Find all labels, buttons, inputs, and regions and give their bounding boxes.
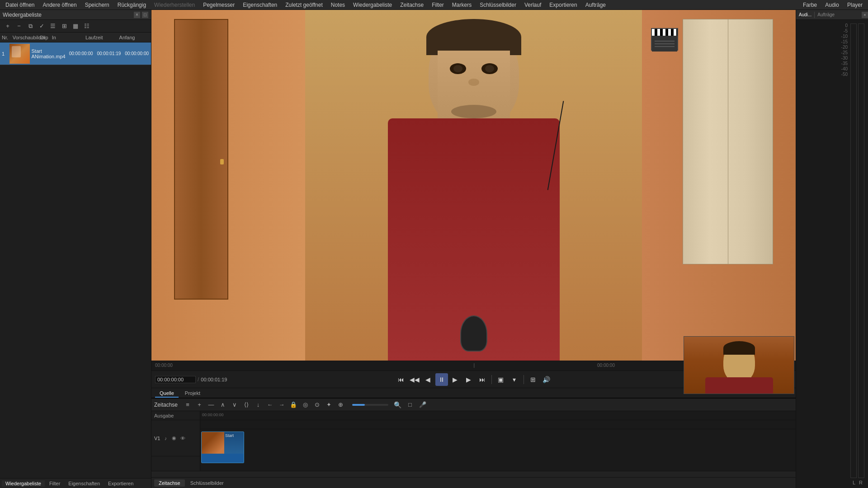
zoom-in-btn[interactable]: 🔍 xyxy=(392,400,403,410)
scale-20: -20 xyxy=(841,45,848,50)
panel-close-btn[interactable]: × xyxy=(134,12,140,18)
col-in: In xyxy=(50,35,84,40)
tl-ripple-btn[interactable]: ⊙ xyxy=(311,400,322,410)
pl-check-btn[interactable]: ✓ xyxy=(37,21,47,31)
menu-markers[interactable]: Markers xyxy=(448,1,475,9)
bot-tab-zeitachse[interactable]: Zeitachse xyxy=(154,479,185,487)
timecode-current-input[interactable] xyxy=(155,376,196,383)
mark-out-btn[interactable]: ▾ xyxy=(508,373,521,386)
menu-eigenschaften[interactable]: Eigenschaften xyxy=(239,1,281,9)
microphone xyxy=(460,315,487,352)
col-start: Anfang xyxy=(118,35,151,40)
v1-track-icons: ♪ ◉ 👁 xyxy=(162,435,186,442)
pl-remove-btn[interactable]: − xyxy=(14,21,24,31)
grid-btn[interactable]: ⊞ xyxy=(527,373,539,386)
timeline-scrollbar[interactable] xyxy=(151,471,796,477)
tl-sub-track-btn[interactable]: — xyxy=(206,400,217,410)
cp-hair xyxy=(723,341,755,355)
tl-menu-btn[interactable]: ≡ xyxy=(182,400,193,410)
wardrobe-divider xyxy=(728,19,728,264)
volume-btn[interactable]: 🔊 xyxy=(540,373,553,386)
tl-down-btn[interactable]: ∨ xyxy=(229,400,240,410)
zoom-slider[interactable] xyxy=(352,404,388,406)
menu-zuletzt-geoeffnet[interactable]: Zuletzt geöffnet xyxy=(282,1,326,9)
v1-audio-btn[interactable]: ♪ xyxy=(162,435,169,442)
pl-table-btn[interactable]: ▦ xyxy=(71,21,80,31)
clapper-body xyxy=(652,36,677,52)
cp-head xyxy=(723,341,755,382)
pl-add-btn[interactable]: + xyxy=(3,21,13,31)
tl-add-track-btn[interactable]: + xyxy=(194,400,205,410)
step-fwd-btn[interactable]: ▶ xyxy=(462,373,475,386)
col-clip: Clip xyxy=(38,35,50,40)
menu-exportieren[interactable]: Exportieren xyxy=(546,1,580,9)
menu-notes[interactable]: Notes xyxy=(327,1,349,9)
menu-datei-oeffnen[interactable]: Datei öffnen xyxy=(2,1,38,9)
menu-filter[interactable]: Filter xyxy=(428,1,448,9)
audio-meter: 0 -5 -10 -15 -20 -25 -30 -35 -40 -50 xyxy=(796,20,868,488)
menu-zeitachse[interactable]: Zeitachse xyxy=(396,1,427,9)
panel-controls: × □ xyxy=(134,12,148,18)
pl-list-btn[interactable]: ☰ xyxy=(48,21,58,31)
pl-grid-btn[interactable]: ⊞ xyxy=(59,21,69,31)
menu-farbe[interactable]: Farbe xyxy=(799,1,821,9)
scale-50: -50 xyxy=(841,72,848,77)
pause-btn[interactable]: ⏸ xyxy=(435,373,448,386)
go-to-end-btn[interactable]: ⏭ xyxy=(476,373,489,386)
menu-wiedergabeliste[interactable]: Wiedergabeliste xyxy=(349,1,396,9)
pbt-wiedergabeliste[interactable]: Wiedergabeliste xyxy=(2,480,45,487)
step-back-btn[interactable]: ◀ xyxy=(422,373,434,386)
play-btn[interactable]: ▶ xyxy=(449,373,462,386)
v1-mute-btn[interactable]: ◉ xyxy=(170,435,178,442)
menu-speichern[interactable]: Speichern xyxy=(81,1,113,9)
v1-eye-btn[interactable]: 👁 xyxy=(179,435,186,442)
menu-player[interactable]: Player xyxy=(844,1,866,9)
menu-verlauf[interactable]: Verlauf xyxy=(521,1,545,9)
rpt-auftraege[interactable]: Aufträge xyxy=(815,11,837,18)
pl-copy-btn[interactable]: ⧉ xyxy=(25,21,35,31)
tl-prev-btn[interactable]: ← xyxy=(264,400,275,410)
tl-lock-btn[interactable]: 🔒 xyxy=(288,400,299,410)
col-nr: Nr. xyxy=(0,35,11,40)
tab-projekt[interactable]: Projekt xyxy=(180,389,205,398)
pbt-filter[interactable]: Filter xyxy=(46,480,64,487)
tl-next-btn[interactable]: → xyxy=(276,400,287,410)
tl-overwrite2-btn[interactable]: ⊕ xyxy=(335,400,346,410)
menu-andere-oeffnen[interactable]: Andere öffnen xyxy=(39,1,80,9)
rpt-audio[interactable]: Audi... xyxy=(796,11,814,18)
right-panel-tabs: Audi... Aufträge × xyxy=(796,10,868,20)
bot-tab-schluesselbilder[interactable]: Schlüsselbilder xyxy=(186,479,228,487)
right-panel-close[interactable]: × xyxy=(862,12,868,18)
menu-wiederherstellen[interactable]: Wiederherstellen xyxy=(151,1,198,9)
zoom-fit-btn[interactable]: □ xyxy=(405,400,415,410)
menu-pegelmesser[interactable]: Pegelmesser xyxy=(199,1,238,9)
pbt-exportieren[interactable]: Exportieren xyxy=(104,480,137,487)
playlist-row[interactable]: 1 Start ANimation.mp4 00:00:00:00 00:00:… xyxy=(0,42,151,65)
mark-in-btn[interactable]: ▣ xyxy=(495,373,507,386)
tl-overwrite-btn[interactable]: ↓ xyxy=(253,400,264,410)
record-btn[interactable]: 🎤 xyxy=(417,400,428,410)
menu-auftraege[interactable]: Aufträge xyxy=(582,1,609,9)
track-headers: Ausgabe V1 ♪ ◉ 👁 xyxy=(151,411,200,471)
menu-schluesselbilder[interactable]: Schlüsselbilder xyxy=(476,1,520,9)
scale-35: -35 xyxy=(841,61,848,66)
playlist-bottom-tabs: Wiedergabeliste Filter Eigenschaften Exp… xyxy=(0,478,151,488)
go-to-start-btn[interactable]: ⏮ xyxy=(395,373,407,386)
tl-replace-btn[interactable]: ✦ xyxy=(323,400,334,410)
meter-right xyxy=(858,23,864,478)
tl-up-btn[interactable]: ∧ xyxy=(217,400,228,410)
rewind-btn[interactable]: ◀◀ xyxy=(408,373,421,386)
tab-quelle[interactable]: Quelle xyxy=(155,389,179,398)
pl-details-btn[interactable]: ☷ xyxy=(82,21,92,31)
tl-snap-btn[interactable]: ◎ xyxy=(300,400,311,410)
panel-float-btn[interactable]: □ xyxy=(142,12,148,18)
menu-audio[interactable]: Audio xyxy=(821,1,843,9)
tl-splice-btn[interactable]: ⟨⟩ xyxy=(241,400,252,410)
pbt-eigenschaften[interactable]: Eigenschaften xyxy=(65,480,104,487)
timecode-total: 00:00:01:19 xyxy=(201,377,227,382)
menu-rueckgaengig[interactable]: Rückgängig xyxy=(114,1,150,9)
zoom-area: 🔍 □ 🎤 xyxy=(350,400,793,410)
ctrl-sep-1 xyxy=(491,375,492,384)
playlist-content: 1 Start ANimation.mp4 00:00:00:00 00:00:… xyxy=(0,42,151,478)
video-clip-block[interactable]: Start xyxy=(201,432,244,463)
